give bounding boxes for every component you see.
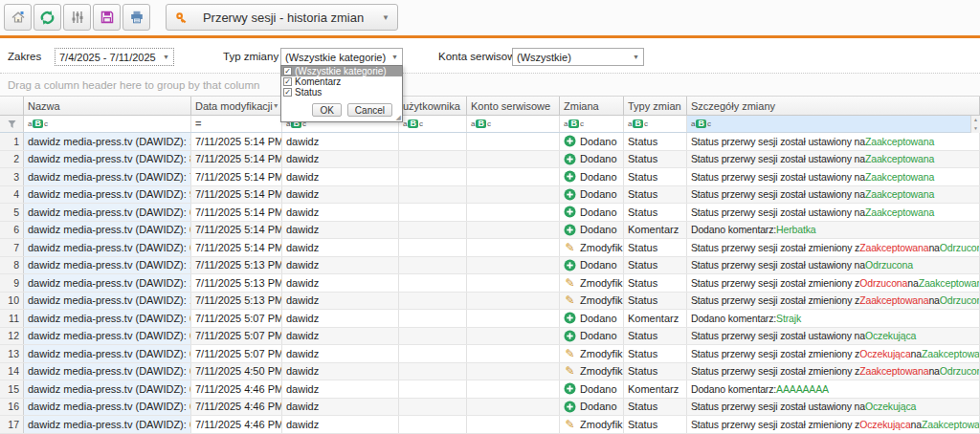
column-header-typy-zmian[interactable]: Typy zmian bbox=[624, 97, 687, 115]
cell-konto-serwisowe bbox=[467, 222, 560, 239]
table-row[interactable]: 3dawidz media-press.tv (DAWIDZ): 7m7/11/… bbox=[0, 168, 980, 186]
checkbox-icon[interactable]: ✓ bbox=[283, 88, 292, 97]
filter-cell-typy-zmian[interactable]: aBc bbox=[624, 116, 687, 132]
table-row[interactable]: 7dawidz media-press.tv (DAWIDZ): 6m7/11/… bbox=[0, 239, 980, 257]
table-row[interactable]: 11dawidz media-press.tv (DAWIDZ): 6m7/11… bbox=[0, 310, 980, 328]
filter-settings-button[interactable] bbox=[63, 4, 91, 31]
cell-konto-serwisowe bbox=[467, 239, 560, 256]
popup-option[interactable]: ✓Status bbox=[281, 87, 402, 98]
chevron-down-icon: ▼ bbox=[163, 54, 169, 60]
detail-text: na bbox=[911, 419, 922, 430]
popup-option-label: Status bbox=[295, 87, 322, 98]
modified-pencil-icon: ✎ bbox=[564, 276, 576, 289]
detail-text: Status przerwy sesji został ustawiony na bbox=[691, 401, 865, 412]
date-range-dropdown[interactable]: 7/4/2025 - 7/11/2025 ▼ bbox=[55, 48, 174, 66]
cell-szczegoly-zmiany: Status przerwy sesji został ustawiony na… bbox=[687, 168, 980, 185]
table-row[interactable]: 14dawidz media-press.tv (DAWIDZ): 6m7/11… bbox=[0, 363, 980, 381]
filter-cell-uzytkownika[interactable]: aBc bbox=[399, 116, 467, 132]
filter-cell-szczegoly-zmiany[interactable]: aBc bbox=[687, 116, 980, 132]
scroll-up-icon: ▲ bbox=[973, 118, 978, 122]
cell-uzytkownika bbox=[399, 399, 467, 416]
cell-szczegoly-zmiany: Status przerwy sesji został ustawiony na… bbox=[687, 133, 980, 150]
filter-cell-nazwa[interactable]: aBc bbox=[24, 116, 191, 132]
cell-szczegoly-zmiany: Status przerwy sesji został zmieniony z … bbox=[687, 345, 980, 362]
detail-text: Status przerwy sesji został zmieniony z bbox=[691, 365, 859, 377]
detail-text: Status przerwy sesji został ustawiony na bbox=[691, 171, 865, 183]
change-label: Dodano bbox=[580, 401, 617, 412]
table-row[interactable]: 12dawidz media-press.tv (DAWIDZ): 6m7/11… bbox=[0, 328, 980, 346]
popup-option[interactable]: ✓Komentarz bbox=[281, 76, 402, 87]
print-button[interactable] bbox=[122, 4, 150, 31]
cell-zmiana: Dodano bbox=[560, 399, 624, 416]
detail-text: Status przerwy sesji został zmieniony z bbox=[691, 294, 859, 306]
cell-szczegoly-zmiany: Status przerwy sesji został zmieniony z … bbox=[687, 363, 980, 380]
table-row[interactable]: 9dawidz media-press.tv (DAWIDZ): 11m7/11… bbox=[0, 274, 980, 293]
table-row[interactable]: 10dawidz media-press.tv (DAWIDZ): 11m7/1… bbox=[0, 293, 980, 311]
grid-auto-filter-row: aBc=aBcaBcaBcaBcaBcaBc▲▼ bbox=[0, 116, 980, 133]
table-row[interactable]: 15dawidz media-press.tv (DAWIDZ): 6m7/11… bbox=[0, 380, 980, 399]
added-plus-icon bbox=[564, 170, 576, 183]
cell-typy-zmian: Status bbox=[624, 204, 687, 221]
added-plus-icon bbox=[564, 206, 576, 218]
checkbox-icon[interactable]: ✓ bbox=[283, 67, 292, 76]
table-row[interactable]: 4dawidz media-press.tv (DAWIDZ): 9m7/11/… bbox=[0, 186, 980, 205]
cell-konto-serwisowe bbox=[467, 133, 560, 150]
table-row[interactable]: 13dawidz media-press.tv (DAWIDZ): 6m7/11… bbox=[0, 345, 980, 363]
table-row[interactable]: 5dawidz media-press.tv (DAWIDZ): 6m7/11/… bbox=[0, 204, 980, 222]
cell-login-uzytkownika: dawidz bbox=[282, 168, 399, 185]
added-plus-icon bbox=[564, 135, 576, 147]
row-number: 4 bbox=[0, 186, 24, 204]
table-row[interactable]: 6dawidz media-press.tv (DAWIDZ): 6m7/11/… bbox=[0, 222, 980, 240]
printer-icon bbox=[129, 10, 145, 25]
table-row[interactable]: 2dawidz media-press.tv (DAWIDZ): 8m7/11/… bbox=[0, 151, 980, 169]
table-row[interactable]: 8dawidz media-press.tv (DAWIDZ): 11m7/11… bbox=[0, 257, 980, 275]
detail-text: Dodano komentarz: bbox=[691, 224, 776, 235]
chevron-down-icon: ▼ bbox=[633, 54, 639, 60]
table-row[interactable]: 16dawidz media-press.tv (DAWIDZ): 6m7/11… bbox=[0, 399, 980, 417]
group-by-panel[interactable]: Drag a column header here to group by th… bbox=[0, 73, 980, 97]
filter-cell-data-modyfikacji[interactable]: = bbox=[191, 116, 282, 132]
ok-button[interactable]: OK bbox=[312, 103, 341, 117]
column-header-nazwa[interactable]: Nazwa bbox=[24, 97, 191, 115]
cancel-button[interactable]: Cancel bbox=[347, 103, 392, 117]
home-button[interactable] bbox=[4, 4, 32, 31]
service-accounts-dropdown[interactable]: (Wszystkie) ▼ bbox=[512, 48, 644, 66]
table-row[interactable]: 17dawidz media-press.tv (DAWIDZ): 6m7/11… bbox=[0, 416, 980, 434]
filter-cell-konto-serwisowe[interactable]: aBc bbox=[467, 116, 560, 132]
filter-cell-row-indicator[interactable] bbox=[0, 116, 24, 132]
checkbox-icon[interactable]: ✓ bbox=[283, 77, 292, 86]
column-header-row-indicator[interactable] bbox=[0, 97, 24, 115]
added-plus-icon bbox=[564, 401, 576, 413]
column-header-szczegoly-zmiany[interactable]: Szczegóły zmiany bbox=[687, 97, 980, 115]
filter-row-scroll-buttons[interactable]: ▲▼ bbox=[970, 116, 980, 133]
column-header-konto-serwisowe[interactable]: Konto serwisowe bbox=[467, 97, 560, 115]
table-row[interactable]: 1dawidz media-press.tv (DAWIDZ): 11m7/11… bbox=[0, 133, 980, 151]
group-by-hint: Drag a column header here to group by th… bbox=[8, 79, 259, 91]
row-number: 12 bbox=[0, 328, 24, 345]
detail-text: Status przerwy sesji został ustawiony na bbox=[691, 259, 865, 271]
change-label: Dodano bbox=[580, 330, 617, 341]
cell-konto-serwisowe bbox=[467, 151, 560, 168]
chevron-down-icon: ▼ bbox=[382, 13, 390, 22]
cell-zmiana: ✎Zmodyfik... bbox=[560, 363, 624, 380]
column-header-data-modyfikacji[interactable]: Data modyfikacji▼ bbox=[191, 97, 282, 115]
cell-typy-zmian: Status bbox=[624, 416, 687, 433]
resize-grip-icon[interactable]: ◢ bbox=[396, 114, 401, 120]
cell-typy-zmian: Status bbox=[624, 399, 687, 416]
refresh-button[interactable] bbox=[33, 4, 61, 31]
popup-option[interactable]: ✓(Wszystkie kategorie) bbox=[281, 66, 402, 76]
cell-nazwa: dawidz media-press.tv (DAWIDZ): 6m bbox=[24, 239, 191, 256]
filter-cell-zmiana[interactable]: aBc bbox=[560, 116, 624, 132]
column-header-uzytkownika[interactable]: użytkownika bbox=[399, 97, 467, 115]
column-header-zmiana[interactable]: Zmiana bbox=[560, 97, 624, 115]
text-filter-icon: aBc bbox=[628, 119, 648, 128]
view-selector-dropdown[interactable]: Przerwy sesji - historia zmian ▼ bbox=[166, 4, 398, 31]
cell-szczegoly-zmiany: Status przerwy sesji został zmieniony z … bbox=[687, 274, 980, 292]
save-button[interactable] bbox=[93, 4, 121, 31]
change-type-dropdown[interactable]: (Wszystkie kategorie) ▼ bbox=[280, 48, 403, 66]
cell-konto-serwisowe bbox=[467, 168, 560, 185]
cell-login-uzytkownika: dawidz bbox=[282, 399, 399, 416]
cell-uzytkownika bbox=[399, 328, 467, 345]
cell-nazwa: dawidz media-press.tv (DAWIDZ): 11m bbox=[24, 257, 191, 274]
refresh-icon bbox=[39, 10, 56, 26]
